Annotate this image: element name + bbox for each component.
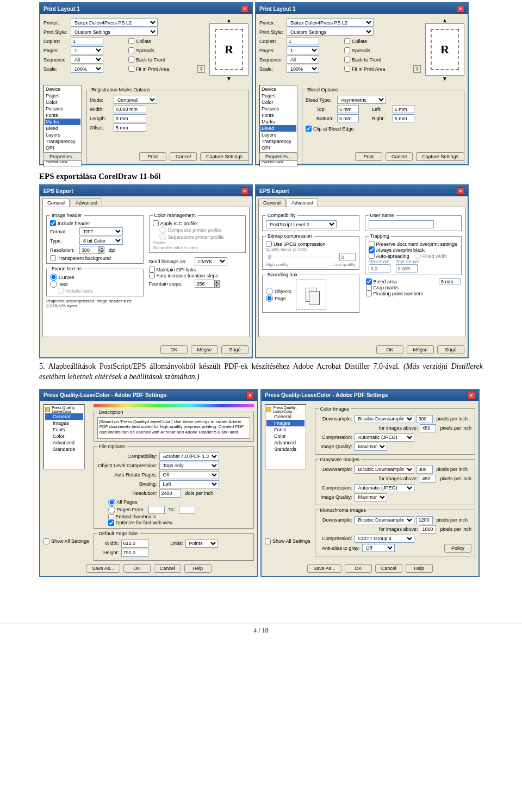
list-item[interactable]: Pictures xyxy=(260,106,296,112)
bleedtype-select[interactable]: Asymmetric xyxy=(337,96,386,104)
h-input[interactable] xyxy=(121,549,148,557)
apply-icc-checkbox[interactable] xyxy=(153,220,159,226)
pages-from-input[interactable] xyxy=(148,506,165,514)
help-icon[interactable]: ? xyxy=(197,65,205,73)
bleed-area-checkbox[interactable] xyxy=(366,278,372,284)
include-header-checkbox[interactable] xyxy=(50,220,56,226)
cancel-button[interactable]: Cancel xyxy=(154,564,181,573)
list-item[interactable]: Pages xyxy=(260,92,296,99)
saveas-button[interactable]: Save As... xyxy=(86,564,120,573)
m-downsample-select[interactable]: Bicubic Downsampling to xyxy=(355,516,414,524)
tab-general[interactable]: General xyxy=(42,199,70,207)
cancel-button[interactable]: Cancel xyxy=(170,152,197,161)
compat-select[interactable]: PostScript Level 2 xyxy=(266,220,337,228)
m-above-input[interactable] xyxy=(420,525,436,534)
tree-item[interactable]: Images xyxy=(45,420,83,426)
embed-thumb-checkbox[interactable] xyxy=(108,514,114,520)
fountain-input[interactable] xyxy=(195,280,214,288)
capture-button[interactable]: Capture Settings xyxy=(200,152,248,161)
list-item[interactable]: Fonts xyxy=(45,112,80,119)
tree-item[interactable]: Fonts xyxy=(266,426,304,433)
width-input[interactable] xyxy=(114,105,146,113)
list-item[interactable]: Fonts xyxy=(260,112,296,119)
type-select[interactable]: 8 bit Color xyxy=(79,237,123,245)
backtofront-checkbox[interactable] xyxy=(344,57,350,63)
spreads-checkbox[interactable] xyxy=(128,47,134,53)
help-button[interactable]: Help xyxy=(406,564,433,573)
tree-root[interactable]: Press Quality-LeaveColor xyxy=(266,406,304,413)
policy-button[interactable]: Policy xyxy=(444,544,471,553)
pages-select[interactable]: 1 xyxy=(287,46,319,54)
curves-radio[interactable] xyxy=(50,274,57,281)
collate-checkbox[interactable] xyxy=(344,38,350,44)
tree-item[interactable]: Advanced xyxy=(45,439,83,446)
fitin-checkbox[interactable] xyxy=(128,66,134,72)
iq-select[interactable]: Maximum xyxy=(355,443,387,451)
tree-item-selected[interactable]: General xyxy=(45,413,83,420)
ok-button[interactable]: OK xyxy=(345,564,372,573)
dist-res-input[interactable] xyxy=(159,489,181,498)
tab-advanced[interactable]: Advanced xyxy=(71,199,102,207)
list-item[interactable]: Device xyxy=(260,86,296,92)
spin-down-icon[interactable]: ▾ xyxy=(99,250,104,254)
backtofront-checkbox[interactable] xyxy=(128,57,134,63)
auto-increase-checkbox[interactable] xyxy=(149,272,155,278)
spin-up-icon[interactable]: ▴ xyxy=(99,246,104,250)
help-button[interactable]: Súgó xyxy=(437,345,464,354)
collate-checkbox[interactable] xyxy=(128,38,134,44)
g-ds-input[interactable] xyxy=(417,466,433,474)
print-button[interactable]: Print xyxy=(355,152,382,161)
spin-up-icon[interactable]: ▴ xyxy=(214,280,220,284)
capture-button[interactable]: Capture Settings xyxy=(416,152,464,161)
tree-item[interactable]: General xyxy=(266,413,304,420)
close-icon[interactable]: × xyxy=(457,5,464,13)
g-downsample-select[interactable]: Bicubic Downsampling to xyxy=(355,466,414,474)
g-iq-select[interactable]: Maximum xyxy=(355,493,387,501)
settings-tree[interactable]: Press Quality-LeaveColor General Images … xyxy=(44,404,85,469)
show-all-checkbox[interactable] xyxy=(265,538,271,544)
list-item[interactable]: Device xyxy=(45,86,80,92)
ok-button[interactable]: OK xyxy=(160,345,188,354)
transparent-bg-checkbox[interactable] xyxy=(50,255,56,261)
cancel-button[interactable]: Mégse xyxy=(191,345,218,354)
floating-checkbox[interactable] xyxy=(366,290,372,296)
page-radio[interactable] xyxy=(266,295,273,302)
spin-down-icon[interactable]: ▾ xyxy=(214,284,220,288)
left-input[interactable] xyxy=(393,105,414,113)
bottom-input[interactable] xyxy=(337,114,359,122)
aa-select[interactable]: Off xyxy=(362,544,395,552)
clip-checkbox[interactable] xyxy=(306,126,312,132)
pages-to-input[interactable] xyxy=(179,506,195,514)
pages-select[interactable]: 1 xyxy=(71,46,103,54)
printstyle-select[interactable]: Custom Settings xyxy=(287,28,374,36)
send-select[interactable]: CMYK xyxy=(195,257,227,265)
close-icon[interactable]: × xyxy=(241,5,248,13)
objects-radio[interactable] xyxy=(266,288,273,295)
printstyle-select[interactable]: Custom Settings xyxy=(71,28,158,36)
offset-input[interactable] xyxy=(114,123,146,132)
scale-select[interactable]: 100% xyxy=(71,65,103,73)
list-item[interactable]: OPI xyxy=(45,145,80,151)
tree-item[interactable]: Fonts xyxy=(45,426,83,433)
tree-root[interactable]: Press Quality-LeaveColor xyxy=(45,406,83,413)
cancel-button[interactable]: Cancel xyxy=(375,564,402,573)
tree-item[interactable]: Advanced xyxy=(266,439,304,446)
close-icon[interactable]: × xyxy=(468,392,475,399)
autorotate-select[interactable]: Off xyxy=(159,471,219,479)
help-icon[interactable]: ? xyxy=(413,65,421,73)
tree-item[interactable]: Standards xyxy=(266,446,304,453)
list-item[interactable]: Transparency xyxy=(260,138,296,145)
tab-general[interactable]: General xyxy=(258,199,285,207)
close-icon[interactable]: × xyxy=(241,187,248,195)
properties-button[interactable]: Properties... xyxy=(44,152,82,161)
all-pages-radio[interactable] xyxy=(108,499,115,506)
scale-select[interactable]: 100% xyxy=(287,65,319,73)
arrow-down-icon[interactable]: ▼ xyxy=(226,76,232,82)
list-item[interactable]: Summary xyxy=(260,164,296,166)
properties-button[interactable]: Properties... xyxy=(259,152,298,161)
list-item[interactable]: OPI xyxy=(260,145,296,151)
cancel-button[interactable]: Mégse xyxy=(407,345,434,354)
autospread-checkbox[interactable] xyxy=(369,253,375,259)
downsample-select[interactable]: Bicubic Downsampling to xyxy=(355,415,414,423)
format-select[interactable]: TIFF xyxy=(79,227,123,235)
